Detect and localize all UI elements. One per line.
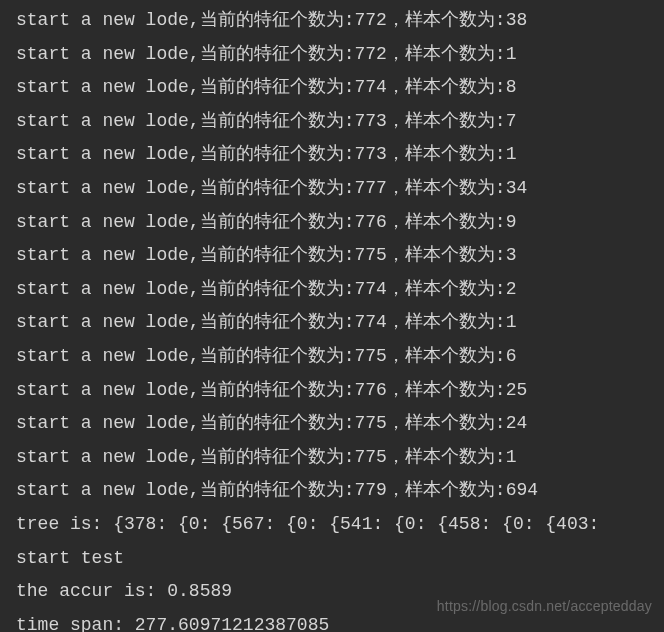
log-line: start a new lode,当前的特征个数为:772，样本个数为:38 bbox=[16, 4, 654, 38]
log-line: start a new lode,当前的特征个数为:775，样本个数为:3 bbox=[16, 239, 654, 273]
log-line: start a new lode,当前的特征个数为:774，样本个数为:2 bbox=[16, 273, 654, 307]
log-line: start a new lode,当前的特征个数为:779，样本个数为:694 bbox=[16, 474, 654, 508]
watermark-text: https://blog.csdn.net/acceptedday bbox=[437, 598, 652, 614]
log-line: start a new lode,当前的特征个数为:775，样本个数为:6 bbox=[16, 340, 654, 374]
tree-line: tree is: {378: {0: {567: {0: {541: {0: {… bbox=[16, 508, 654, 542]
log-line: start a new lode,当前的特征个数为:772，样本个数为:1 bbox=[16, 38, 654, 72]
log-line: start a new lode,当前的特征个数为:775，样本个数为:1 bbox=[16, 441, 654, 475]
log-line: start a new lode,当前的特征个数为:775，样本个数为:24 bbox=[16, 407, 654, 441]
log-line: start a new lode,当前的特征个数为:773，样本个数为:7 bbox=[16, 105, 654, 139]
terminal-output: start a new lode,当前的特征个数为:772，样本个数为:38st… bbox=[0, 0, 664, 632]
start-test-line: start test bbox=[16, 542, 654, 576]
log-line: start a new lode,当前的特征个数为:776，样本个数为:25 bbox=[16, 374, 654, 408]
log-line: start a new lode,当前的特征个数为:774，样本个数为:8 bbox=[16, 71, 654, 105]
log-line: start a new lode,当前的特征个数为:774，样本个数为:1 bbox=[16, 306, 654, 340]
log-line: start a new lode,当前的特征个数为:773，样本个数为:1 bbox=[16, 138, 654, 172]
log-line: start a new lode,当前的特征个数为:777，样本个数为:34 bbox=[16, 172, 654, 206]
log-line: start a new lode,当前的特征个数为:776，样本个数为:9 bbox=[16, 206, 654, 240]
